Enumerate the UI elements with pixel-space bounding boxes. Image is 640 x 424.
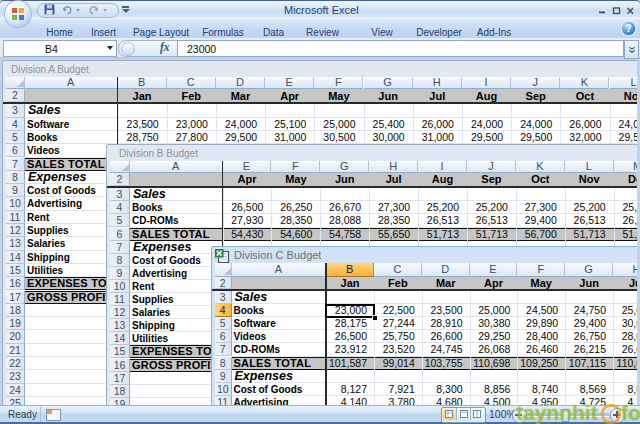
svg-text:?: ? (625, 23, 631, 34)
